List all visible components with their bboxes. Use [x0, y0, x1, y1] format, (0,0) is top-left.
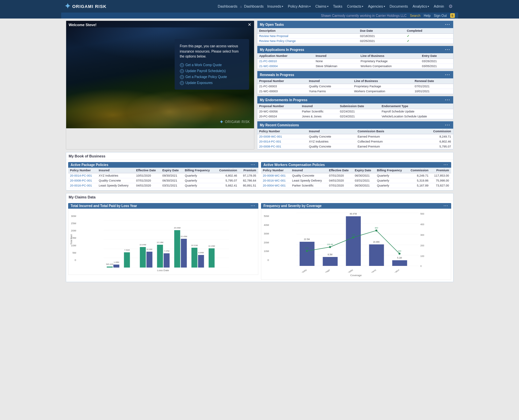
freq-x-label: Coverage: [264, 274, 448, 277]
hero-link-2[interactable]: ⊙ Update Payroll Schedule(s): [180, 69, 244, 73]
nav-analytics[interactable]: Analytics ▾: [410, 3, 431, 10]
nav-claims[interactable]: Claims ▾: [313, 3, 331, 10]
apps-more[interactable]: ···: [445, 47, 450, 52]
hero-panel: Welcome Steve! ✕ From this page, you can…: [66, 21, 254, 149]
svg-text:12.18M: 12.18M: [157, 241, 163, 243]
svg-rect-19: [164, 253, 170, 268]
open-tasks-more[interactable]: ···: [445, 22, 450, 27]
freq-more[interactable]: ···: [444, 204, 448, 208]
svg-text:46.47M: 46.47M: [350, 213, 357, 215]
hero-link-1[interactable]: ⊙ Get a Work Comp Quote: [180, 63, 244, 67]
table-row: Review New Policy Change 02/25/2021 ✓: [257, 39, 453, 44]
open-tasks-widget: My Open Tasks ··· Description Due Date C…: [257, 21, 454, 44]
hero-description: From this page, you can access various i…: [180, 44, 244, 59]
hero-close-btn[interactable]: ✕: [248, 22, 251, 27]
hero-overlay: From this page, you can access various i…: [175, 39, 249, 90]
renewals-header: Renewals In Progress ···: [257, 71, 453, 78]
freq-severity-header: Frequency and Severity by Coverage ···: [261, 203, 451, 209]
svg-text:10.94M: 10.94M: [140, 244, 146, 246]
renewals-more[interactable]: ···: [445, 72, 450, 77]
svg-point-57: [375, 230, 377, 231]
sub-nav: Shawn Carmody currently working in Carri…: [61, 13, 458, 19]
settings-icon[interactable]: ⚙: [447, 2, 455, 10]
svg-text:15.45M: 15.45M: [181, 235, 187, 237]
svg-text:Auto Liability: Auto Liability: [296, 269, 307, 273]
claims-arrow: ▾: [327, 5, 328, 8]
svg-text:565.42K: 565.42K: [106, 263, 113, 265]
svg-rect-17: [157, 245, 163, 268]
svg-text:8.11M: 8.11M: [147, 248, 152, 250]
svg-rect-48: [346, 216, 361, 266]
svg-text:100: 100: [420, 255, 424, 257]
svg-text:500: 500: [420, 213, 424, 215]
svg-text:Auto Physical Damage: Auto Physical Damage: [311, 269, 330, 273]
wc-header: Active Workers Compensation Policies ···: [261, 162, 451, 168]
hero-logo: ✦ ORIGAMI RISK: [219, 119, 250, 125]
endorsements-widget: My Endorsements In Progress ··· Proposal…: [257, 96, 454, 119]
nav-agencies[interactable]: Agencies ▾: [366, 3, 387, 10]
commissions-more[interactable]: ···: [445, 123, 450, 127]
logo-area: ✦ ORIGAMI RISK: [65, 2, 111, 11]
svg-rect-9: [113, 265, 119, 268]
svg-text:1.48M: 1.48M: [113, 261, 119, 263]
circle-icon-2: ⊙: [180, 69, 184, 73]
renewals-widget: Renewals In Progress ··· Proposal Number…: [257, 71, 454, 94]
hero-background: Welcome Steve! ✕ From this page, you can…: [66, 21, 254, 128]
svg-text:300: 300: [420, 234, 424, 236]
svg-text:General Liability: General Liability: [339, 269, 354, 273]
svg-text:6.64M: 6.64M: [198, 252, 204, 254]
circle-icon-1: ⊙: [180, 63, 184, 67]
nav-policy-admin[interactable]: Policy Admin ▾: [285, 3, 313, 10]
svg-rect-50: [369, 244, 384, 266]
wc-more[interactable]: ···: [444, 163, 448, 167]
nav-tasks[interactable]: Tasks: [331, 3, 345, 10]
table-row: 20-WC-00056 Parker Scientific 02/24/2021…: [257, 109, 453, 114]
endorsements-header: My Endorsements In Progress ···: [257, 96, 453, 104]
contacts-arrow: ▾: [362, 5, 363, 8]
endorsements-more[interactable]: ···: [445, 98, 450, 102]
sign-out-link[interactable]: Sign Out: [434, 14, 447, 18]
package-more[interactable]: ···: [251, 163, 255, 167]
nav-documents[interactable]: Documents: [387, 3, 411, 10]
claims-title: My Claims Data: [66, 193, 453, 201]
nav-contacts[interactable]: Contacts ▾: [345, 3, 366, 10]
total-incurred-header: Total Incurred and Total Paid by Loss Ye…: [68, 203, 258, 209]
bob-title: My Book of Business: [66, 152, 453, 160]
hero-link-4[interactable]: ⊙ Update Exposures: [180, 81, 244, 85]
svg-rect-25: [192, 248, 197, 268]
nav-insureds[interactable]: Insureds ▾: [265, 3, 285, 10]
help-link[interactable]: Help: [424, 14, 431, 18]
incurred-more[interactable]: ···: [251, 204, 255, 208]
svg-text:19.46K: 19.46K: [373, 241, 380, 243]
svg-text:0: 0: [420, 265, 422, 267]
svg-rect-27: [198, 255, 204, 268]
commissions-widget: My Recent Commissions ··· Policy Number …: [257, 121, 454, 149]
search-link[interactable]: Search: [410, 14, 420, 18]
svg-rect-15: [147, 252, 152, 268]
table-row: 21-PC-00003 Quality Concrete Proprietary…: [257, 84, 453, 89]
tasks-col-completed: Completed: [405, 28, 453, 34]
right-panel: My Open Tasks ··· Description Due Date C…: [257, 21, 454, 149]
svg-text:235: 235: [352, 234, 355, 236]
tasks-col-desc: Description: [257, 28, 358, 34]
top-nav: ✦ ORIGAMI RISK Dashboards ⌂ Dashboards I…: [0, 0, 519, 19]
circle-icon-3: ⊙: [180, 75, 184, 79]
nav-admin[interactable]: Admin: [431, 3, 446, 10]
applications-widget: My Applications In Progress ··· Applicat…: [257, 46, 454, 69]
total-incurred-chart: Total Incurred and Total Paid by Loss Ye…: [68, 203, 258, 280]
user-icon: S: [450, 13, 455, 18]
svg-rect-44: [300, 242, 315, 266]
hero-welcome-text: Welcome Steve!: [69, 23, 97, 27]
logo-bird-icon: ✦: [65, 2, 70, 11]
applications-header: My Applications In Progress ···: [257, 46, 453, 53]
table-row: 20-0016-WC-001 Least Speedy Delivery 04/…: [261, 178, 451, 183]
svg-point-58: [399, 253, 401, 255]
svg-point-55: [329, 246, 331, 248]
table-row: 20-0014-PC-001 XYZ Industries Collected …: [257, 139, 453, 144]
nav-dashboards-label[interactable]: Dashboards: [243, 3, 265, 10]
hero-link-3[interactable]: ⊙ Get a Package Policy Quote: [180, 75, 244, 79]
nav-dashboards[interactable]: Dashboards: [215, 3, 240, 10]
table-row: 20-0016-PC-001 Least Speedy Delivery 04/…: [68, 183, 258, 188]
svg-text:47S: 47S: [305, 247, 309, 249]
svg-rect-13: [140, 247, 146, 268]
